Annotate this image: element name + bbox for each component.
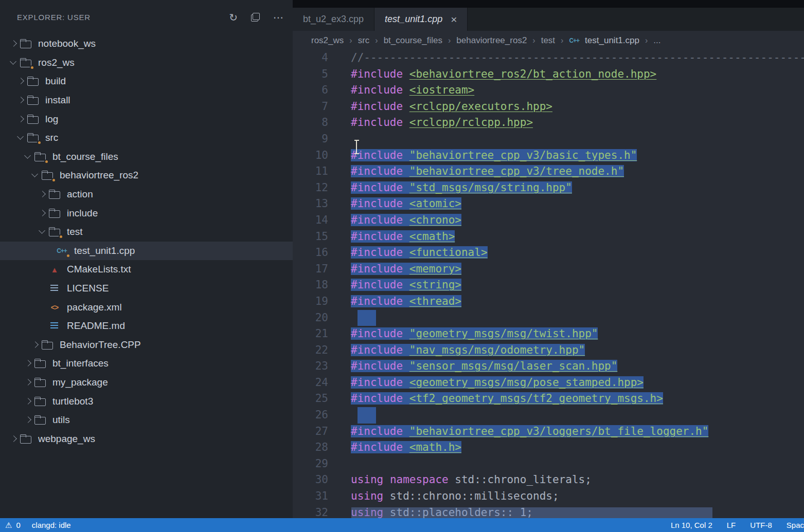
code-line[interactable]: 14#include <chrono> [293,212,804,229]
line-text: #include <cmath> [328,229,455,245]
code-line[interactable]: 8#include <rclcpp/rclcpp.hpp> [293,115,804,131]
tree-item-log[interactable]: log [0,109,293,129]
code-line[interactable]: 28#include <math.h> [293,439,804,456]
tree-item-test[interactable]: test [0,223,293,242]
chevron-down-icon[interactable] [15,132,27,143]
token [403,197,409,210]
chevron-right-icon[interactable] [23,396,34,407]
encoding-indicator[interactable]: UTF-8 [750,521,772,529]
breadcrumb-item[interactable]: test_unit1.cpp [585,35,639,46]
code-line[interactable]: 7#include <rclcpp/executors.hpp> [293,99,804,115]
code-line[interactable]: 22#include "nav_msgs/msg/odometry.hpp" [293,342,804,359]
code-line[interactable]: 31using std::chrono::milliseconds; [293,488,804,505]
code-line[interactable]: 30using namespace std::chrono_literals; [293,472,804,488]
tree-item-BehaviorTree.CPP[interactable]: BehaviorTree.CPP [0,336,293,355]
tree-item-action[interactable]: action [0,185,293,204]
tree-item-turtlebot3[interactable]: turtlebot3 [0,392,293,411]
code-area: 4//-------------------------------------… [293,50,804,518]
tree-item-LICENSE[interactable]: LICENSE [0,279,293,298]
tree-item-install[interactable]: install [0,91,293,110]
breadcrumb-item[interactable]: test [541,35,555,46]
chevron-down-icon[interactable] [23,151,34,162]
tab-test_unit1.cpp[interactable]: test_unit1.cpp× [374,8,468,31]
chevron-down-icon[interactable] [30,170,41,181]
indent-indicator[interactable]: Spac [787,521,804,529]
tree-item-webpage_ws[interactable]: webpage_ws [0,429,293,448]
chevron-separator-icon: › [645,36,648,45]
code-line[interactable]: 23#include "sensor_msgs/msg/laser_scan.h… [293,358,804,375]
breadcrumb-item[interactable]: src [358,35,370,46]
selection-span: #include <math.h> [351,441,461,453]
code-line[interactable]: 11#include "behaviortree_cpp_v3/tree_nod… [293,163,804,180]
breadcrumb-item[interactable]: behaviortree_ros2 [456,35,527,46]
tree-item-my_package[interactable]: my_package [0,373,293,392]
breadcrumb-item[interactable]: ros2_ws [311,35,344,46]
code-line[interactable]: 29 [293,456,804,472]
code-line[interactable]: 24#include <geometry_msgs/msg/pose_stamp… [293,375,804,391]
more-actions-icon[interactable]: ⋯ [273,12,283,23]
code-line[interactable]: 9 [293,131,804,148]
chevron-right-icon[interactable] [8,433,20,445]
code-line[interactable]: 6#include <iostream> [293,82,804,99]
tree-item-notebook_ws[interactable]: notebook_ws [0,34,293,53]
chevron-down-icon[interactable] [8,57,20,68]
breadcrumb-item[interactable]: ... [653,35,660,46]
token: <tf2_geometry_msgs/tf2_geometry_msgs.h> [409,392,663,405]
code-line[interactable]: 25#include <tf2_geometry_msgs/tf2_geomet… [293,391,804,407]
code-line[interactable]: 26 [293,407,804,424]
line-text: #include <iostream> [328,82,474,99]
chevron-right-icon[interactable] [15,114,27,125]
cursor-position[interactable]: Ln 10, Col 2 [671,521,712,529]
code-line[interactable]: 5#include <behaviortree_ros2/bt_action_n… [293,66,804,83]
code-line[interactable]: 19#include <thread> [293,293,804,310]
selection-span: #include <string> [351,279,461,291]
code-line[interactable]: 20 [293,310,804,326]
code-line[interactable]: 21#include "geometry_msgs/msg/twist.hpp" [293,326,804,342]
tab-bt_u2_ex3.cpp[interactable]: bt_u2_ex3.cpp [293,8,374,31]
line-text: #include <functional> [328,245,488,261]
chevron-right-icon[interactable] [15,76,27,87]
tree-item-include[interactable]: include [0,204,293,223]
code-line[interactable]: 13#include <atomic> [293,196,804,212]
tree-item-utils[interactable]: utils [0,411,293,430]
token [403,344,409,356]
code-line[interactable]: 17#include <memory> [293,261,804,278]
duplicate-workspace-icon[interactable] [251,13,260,22]
tree-item-package.xml[interactable]: <>package.xml [0,298,293,317]
refresh-icon[interactable]: ↻ [229,12,238,23]
code-line[interactable]: 27#include "behaviortree_cpp_v3/loggers/… [293,424,804,440]
code-line[interactable]: 16#include <functional> [293,245,804,261]
chevron-right-icon[interactable] [23,358,34,369]
tree-item-CMakeLists.txt[interactable]: ▲CMakeLists.txt [0,260,293,279]
breadcrumb-item[interactable]: bt_course_files [384,35,442,46]
clangd-status[interactable]: clangd: idle [32,521,71,529]
chevron-right-icon[interactable] [8,38,20,49]
token: #include [351,246,403,259]
horizontal-scrollbar[interactable] [351,507,712,518]
chevron-right-icon[interactable] [15,95,27,106]
code-line[interactable]: 15#include <cmath> [293,229,804,245]
eol-indicator[interactable]: LF [727,521,736,529]
code-line[interactable]: 4//-------------------------------------… [293,50,804,66]
tree-item-README.md[interactable]: README.md [0,317,293,336]
chevron-right-icon[interactable] [23,377,34,388]
close-icon[interactable]: × [451,14,457,25]
tree-item-ros2_ws[interactable]: ros2_ws [0,53,293,72]
tree-item-test_unit1.cpp[interactable]: C++test_unit1.cpp [0,242,293,261]
chevron-right-icon[interactable] [30,339,41,351]
tree-item-behaviortree_ros2[interactable]: behaviortree_ros2 [0,166,293,185]
chevron-right-icon[interactable] [37,189,48,200]
problems-indicator[interactable]: ⚠ 0 [5,521,21,530]
chevron-down-icon[interactable] [37,226,48,237]
chevron-right-icon[interactable] [37,208,48,219]
tree-item-bt_interfaces[interactable]: bt_interfaces [0,354,293,373]
tree-item-src[interactable]: src [0,129,293,148]
token: #include [351,263,403,275]
line-number: 12 [293,180,328,196]
code-line[interactable]: 12#include "std_msgs/msg/string.hpp" [293,180,804,196]
tree-item-bt_course_files[interactable]: bt_course_files [0,148,293,167]
chevron-right-icon[interactable] [23,414,34,426]
code-line[interactable]: 10#include "behaviortree_cpp_v3/basic_ty… [293,148,804,164]
tree-item-build[interactable]: build [0,72,293,91]
code-line[interactable]: 18#include <string> [293,277,804,293]
